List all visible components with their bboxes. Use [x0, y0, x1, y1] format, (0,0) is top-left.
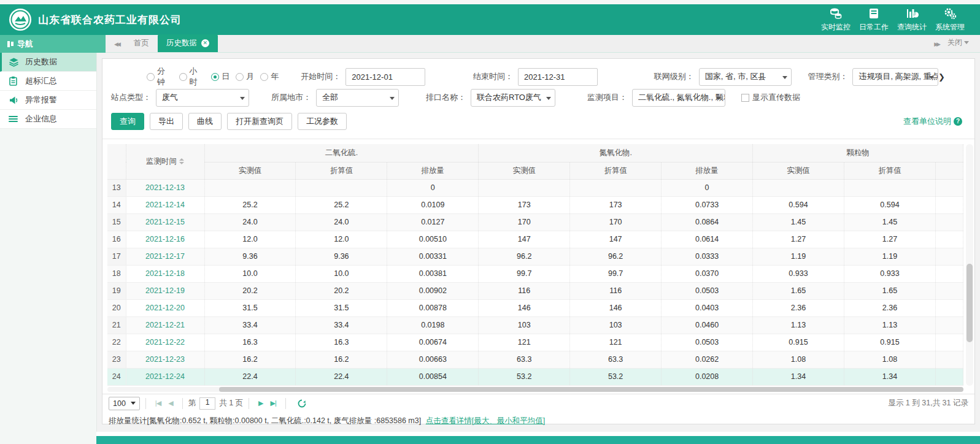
manage-type-select[interactable]: 违规项目, 高架源, 重点排 — [852, 68, 938, 86]
sidebar-item[interactable]: 历史数据 — [0, 53, 96, 72]
curve-button[interactable]: 曲线 — [188, 113, 222, 130]
time-column-header[interactable]: 监测时间 — [126, 144, 204, 179]
value-cell — [935, 265, 963, 282]
table-row[interactable]: 192021-12-1920.220.20.009021161160.05031… — [107, 282, 963, 299]
period-radio[interactable]: 分钟 — [147, 66, 173, 88]
station-type-select[interactable]: 废气 — [156, 89, 249, 107]
table-row[interactable]: 232021-12-2316.216.20.0066363.363.30.026… — [107, 351, 963, 368]
bottom-bar — [0, 436, 980, 444]
network-level-select[interactable]: 国家, 省, 市, 区县 — [699, 68, 792, 86]
table-row[interactable]: 212021-12-2133.433.40.01981031030.04601.… — [107, 316, 963, 334]
value-cell: 0.0864 — [662, 213, 753, 231]
radio-label: 月 — [246, 71, 254, 82]
value-cell: 0.0733 — [662, 196, 753, 213]
horizontal-scrollbar[interactable] — [107, 387, 963, 392]
top-menu-item-2[interactable]: 日常工作 — [855, 7, 893, 33]
sidebar-item[interactable]: 企业信息 — [0, 110, 96, 129]
page-size-select[interactable]: 100 — [109, 397, 140, 410]
value-cell — [935, 196, 963, 213]
table-row[interactable]: 162021-12-1612.012.00.005101471470.06141… — [107, 231, 963, 248]
direct-upload-checkbox[interactable]: 显示直传数据 — [741, 92, 800, 103]
nav-icon — [7, 41, 10, 47]
table-row[interactable]: 132021-12-1300 — [107, 179, 963, 196]
table-row[interactable]: 202021-12-2031.531.50.008781461460.04032… — [107, 299, 963, 316]
condition-params-button[interactable]: 工况参数 — [298, 113, 347, 130]
prev-page-button[interactable]: ◀ — [168, 399, 172, 407]
vertical-scrollbar-thumb[interactable] — [966, 264, 973, 342]
sidebar-item[interactable]: 异常报警 — [0, 91, 96, 110]
value-cell — [935, 334, 963, 351]
value-cell: 1.34 — [844, 368, 935, 385]
table-row[interactable]: 222021-12-2216.316.30.006741211210.05030… — [107, 334, 963, 351]
value-cell: 16.2 — [204, 351, 296, 368]
tab-close-icon[interactable]: ✕ — [201, 39, 209, 47]
history-data-table: 监测时间二氧化硫.氮氧化物.颗粒物实测值折算值排放量实测值折算值排放量实测值折算… — [107, 144, 963, 386]
first-page-button[interactable]: |◀ — [155, 399, 161, 407]
value-cell: 1.45 — [753, 213, 844, 231]
row-number-header — [107, 144, 126, 179]
end-time-input[interactable]: 2021-12-31 — [518, 68, 598, 86]
top-menu-item-4[interactable]: 系统管理 — [931, 7, 969, 33]
tab-history-data[interactable]: 历史数据 ✕ — [158, 34, 218, 52]
period-radio[interactable]: 日 — [211, 71, 230, 82]
monitor-items-select[interactable]: 二氧化硫., 氮氧化物., 颗粒 — [632, 89, 725, 107]
sub-column-header: 折算值 — [296, 162, 387, 179]
value-cell: 25.2 — [204, 196, 296, 213]
row-number-cell: 24 — [107, 368, 126, 385]
sidebar-item[interactable]: 超标汇总 — [0, 72, 96, 91]
close-tabs-menu[interactable]: 关闭 — [944, 37, 980, 52]
tabs-scroll-right-icon[interactable]: ▶▶ — [929, 41, 944, 52]
unit-help-link[interactable]: 查看单位说明 ? — [903, 116, 962, 127]
data-table-zone: 监测时间二氧化硫.氮氧化物.颗粒物实测值折算值排放量实测值折算值排放量实测值折算… — [102, 139, 974, 386]
page-number-input[interactable]: 1 — [199, 397, 215, 410]
value-cell: 9.36 — [296, 248, 387, 265]
start-time-input[interactable]: 2021-12-01 — [345, 68, 425, 86]
group-header: 二氧化硫. — [204, 144, 479, 162]
value-cell: 31.5 — [296, 299, 387, 316]
table-row[interactable]: 142021-12-1425.225.20.01091731730.07330.… — [107, 196, 963, 213]
tabs-scroll-left-icon[interactable]: ◀◀ — [106, 41, 125, 52]
open-new-query-button[interactable]: 打开新查询页 — [227, 113, 292, 130]
value-cell: 25.2 — [296, 196, 387, 213]
value-cell — [935, 248, 963, 265]
top-menu-item-1[interactable]: 实时监控 — [817, 7, 855, 33]
collapse-filters-icon[interactable]: ❯ — [938, 72, 945, 82]
date-cell: 2021-12-16 — [126, 231, 204, 248]
page-suffix: 共 1 页 — [219, 398, 243, 408]
value-cell: 0.0460 — [662, 316, 753, 334]
export-button[interactable]: 导出 — [150, 113, 183, 130]
period-radio[interactable]: 年 — [260, 71, 279, 82]
value-cell: 99.7 — [570, 265, 662, 282]
value-cell: 12.0 — [204, 231, 296, 248]
period-radio[interactable]: 小时 — [179, 66, 206, 88]
table-row[interactable]: 242021-12-2422.422.40.0085453.253.20.020… — [107, 368, 963, 385]
chevron-down-icon — [240, 97, 245, 100]
stats-detail-link[interactable]: 点击查看详情[最大、最小和平均值] — [426, 416, 545, 425]
sub-column-header: 折算值 — [570, 162, 662, 179]
tab-home[interactable]: 首页 — [125, 34, 158, 52]
outlet-select[interactable]: 联合农药RTO废气 — [471, 89, 555, 107]
value-cell — [935, 213, 963, 231]
value-cell: 116 — [570, 282, 662, 299]
horizontal-scrollbar-thumb[interactable] — [219, 387, 963, 392]
refresh-icon[interactable] — [298, 399, 306, 408]
vertical-scrollbar[interactable] — [966, 144, 973, 386]
table-row[interactable]: 172021-12-179.369.360.0033196.296.20.033… — [107, 248, 963, 265]
value-cell: 173 — [570, 196, 662, 213]
table-row[interactable]: 182021-12-1810.010.00.0038199.799.70.037… — [107, 265, 963, 282]
period-radio[interactable]: 月 — [236, 71, 254, 82]
value-cell: 0.915 — [753, 334, 844, 351]
value-cell: 116 — [479, 282, 570, 299]
top-menu-item-3[interactable]: 查询统计 — [893, 7, 931, 33]
query-button[interactable]: 查询 — [111, 113, 144, 130]
last-page-button[interactable]: ▶| — [271, 399, 276, 407]
radio-label: 小时 — [190, 66, 206, 88]
database-icon — [829, 7, 843, 20]
value-cell: 1.65 — [844, 282, 935, 299]
next-page-button[interactable]: ▶ — [258, 399, 263, 407]
layers-icon — [9, 57, 20, 67]
value-cell: 0.594 — [844, 196, 935, 213]
table-row[interactable]: 152021-12-1524.024.00.01271701700.08641.… — [107, 213, 963, 231]
city-select[interactable]: 全部 — [316, 89, 399, 107]
top-strip — [0, 0, 980, 4]
